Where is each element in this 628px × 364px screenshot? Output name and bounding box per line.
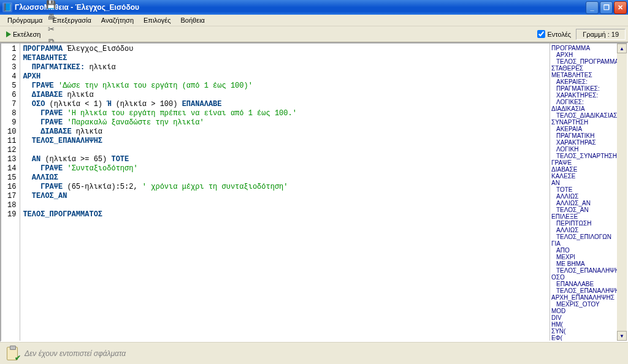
command-item[interactable]: ΜΕΧΡΙΣ_ΟΤΟΥ — [550, 301, 627, 308]
cut-icon[interactable]: ✂ — [45, 23, 57, 36]
command-item[interactable]: ΑΚΕΡΑΙΕΣ: — [550, 78, 627, 85]
command-item[interactable]: ΣΥΝ( — [550, 328, 627, 335]
window-title: ΓλωσσοΜάθεια - Έλεγχος_Εισόδου — [15, 3, 586, 12]
commands-checkbox-label: Εντολές — [547, 31, 571, 38]
close-button[interactable]: ✕ — [614, 1, 627, 14]
commands-checkbox-input[interactable] — [537, 30, 545, 38]
commands-scrollbar[interactable]: ▲ ▼ — [617, 44, 627, 341]
command-item[interactable]: ΤΕΛΟΣ_ΕΠΙΛΟΓΩΝ — [550, 233, 627, 240]
command-item[interactable]: ΔΙΑΒΑΣΕ — [550, 166, 627, 173]
command-item[interactable]: ΤΕΛΟΣ_ΠΡΟΓΡΑΜΜΑΤΟΣ — [550, 58, 627, 65]
code-line[interactable]: ΤΕΛΟΣ_ΕΠΑΝΑΛΗΨΗΣ — [23, 137, 547, 146]
command-item[interactable]: ΓΙΑ — [550, 240, 627, 247]
code-line[interactable] — [23, 146, 547, 155]
command-item[interactable]: ΠΡΑΓΜΑΤΙΚΗ — [550, 132, 627, 139]
code-line[interactable]: ΠΡΟΓΡΑΜΜΑ Έλεγχος_Εισόδου — [23, 45, 547, 54]
command-item[interactable]: ΕΠΑΝΑΛΑΒΕ — [550, 281, 627, 287]
command-item[interactable]: ΕΠΙΛΕΞΕ — [550, 213, 627, 220]
command-item[interactable]: ΗΜ( — [550, 321, 627, 328]
play-icon — [6, 31, 11, 37]
code-editor[interactable]: ΠΡΟΓΡΑΜΜΑ Έλεγχος_ΕισόδουΜΕΤΑΒΛΗΤΕΣ ΠΡΑΓ… — [20, 44, 550, 341]
code-line[interactable]: ΓΡΑΨΕ 'Η ηλικία του εργάτη πρέπει να είν… — [23, 109, 547, 118]
menu-Επιλογές[interactable]: Επιλογές — [139, 15, 176, 25]
commands-checkbox[interactable]: Εντολές — [537, 30, 571, 38]
status-bar: ✔ Δεν έχουν εντοπιστεί σφάλματα — [0, 342, 628, 364]
code-line[interactable]: ΑΝ (ηλικία >= 65) ΤΟΤΕ — [23, 155, 547, 164]
code-line[interactable]: ΠΡΑΓΜΑΤΙΚΕΣ: ηλικία — [23, 63, 547, 72]
command-item[interactable]: ΜΕΧΡΙ — [550, 254, 627, 260]
code-line[interactable]: ΓΡΑΨΕ 'Συνταξιοδότηση' — [23, 164, 547, 173]
run-button[interactable]: Εκτέλεση — [2, 29, 44, 39]
command-item[interactable]: MOD — [550, 308, 627, 314]
commands-panel: ΠΡΟΓΡΑΜΜΑΑΡΧΗΤΕΛΟΣ_ΠΡΟΓΡΑΜΜΑΤΟΣΣΤΑΘΕΡΕΣΜ… — [550, 44, 627, 341]
command-item[interactable]: ΧΑΡΑΚΤΗΡΕΣ: — [550, 92, 627, 99]
command-item[interactable]: ΤΕΛΟΣ_ΑΝ — [550, 207, 627, 213]
code-line[interactable]: ΓΡΑΨΕ 'Παρακαλώ ξαναδώστε την ηλικία' — [23, 118, 547, 127]
command-item[interactable]: ΑΚΕΡΑΙΑ — [550, 126, 627, 132]
command-item[interactable]: ΑΛΛΙΩΣ — [550, 193, 627, 200]
command-item[interactable]: ΓΡΑΨΕ — [550, 159, 627, 166]
command-item[interactable]: ΑΛΛΙΩΣ_ΑΝ — [550, 200, 627, 207]
command-item[interactable]: ΤΕΛΟΣ_ΔΙΑΔΙΚΑΣΙΑΣ — [550, 112, 627, 119]
code-line[interactable]: ΔΙΑΒΑΣΕ ηλικία — [23, 127, 547, 137]
menu-Βοήθεια[interactable]: Βοήθεια — [176, 15, 210, 25]
code-line[interactable]: ΔΙΑΒΑΣΕ ηλικία — [23, 91, 547, 100]
command-item[interactable]: ΤΟΤΕ — [550, 186, 627, 193]
command-item[interactable]: ΛΟΓΙΚΕΣ: — [550, 99, 627, 105]
menu-Αναζήτηση[interactable]: Αναζήτηση — [96, 15, 139, 25]
command-item[interactable]: ΑΡΧΗ — [550, 51, 627, 58]
command-item[interactable]: ΚΑΛΕΣΕ — [550, 173, 627, 180]
command-item[interactable]: ΟΣΟ — [550, 274, 627, 281]
command-item[interactable]: ΛΟΓΙΚΗ — [550, 146, 627, 153]
command-item[interactable]: ΣΤΑΘΕΡΕΣ — [550, 65, 627, 72]
minimize-button[interactable]: _ — [586, 1, 599, 14]
code-line[interactable]: ΟΣΟ (ηλικία < 1) Ή (ηλικία > 100) ΕΠΑΝΑΛ… — [23, 100, 547, 109]
code-line[interactable] — [23, 201, 547, 210]
scroll-up-icon[interactable]: ▲ — [617, 44, 627, 53]
code-line[interactable]: ΑΡΧΗ — [23, 72, 547, 82]
command-item[interactable]: ΑΠΟ — [550, 247, 627, 254]
command-item[interactable]: ΧΑΡΑΚΤΗΡΑΣ — [550, 139, 627, 146]
command-item[interactable]: ΠΕΡΙΠΤΩΣΗ — [550, 220, 627, 227]
menu-Πρόγραμμα[interactable]: Πρόγραμμα — [2, 15, 47, 25]
title-bar: 📘 ΓλωσσοΜάθεια - Έλεγχος_Εισόδου _ ❐ ✕ — [0, 0, 628, 15]
toolbar: Εκτέλεση ✓■❚❚🗋📂💾🖶✂⧉📋🔍⊕◆⚙?i Εντολές Γραμμ… — [0, 26, 628, 42]
code-line[interactable]: ΤΕΛΟΣ_ΑΝ — [23, 192, 547, 201]
command-item[interactable]: ΠΡΟΓΡΑΜΜΑ — [550, 45, 627, 51]
command-item[interactable]: ΣΥΝΑΡΤΗΣΗ — [550, 119, 627, 126]
save-icon[interactable]: 💾 — [45, 0, 57, 11]
command-item[interactable]: ΠΡΑΓΜΑΤΙΚΕΣ: — [550, 85, 627, 92]
command-item[interactable]: ΔΙΑΔΙΚΑΣΙΑ — [550, 105, 627, 112]
scroll-down-icon[interactable]: ▼ — [617, 331, 627, 341]
command-item[interactable]: ΑΝ — [550, 180, 627, 186]
status-text: Δεν έχουν εντοπιστεί σφάλματα — [25, 349, 126, 358]
main-area: 12345678910111213141516171819 ΠΡΟΓΡΑΜΜΑ … — [0, 42, 628, 342]
code-line[interactable]: ΜΕΤΑΒΛΗΤΕΣ — [23, 54, 547, 63]
line-gutter: 12345678910111213141516171819 — [1, 44, 20, 341]
command-item[interactable]: ΜΕ ΒΗΜΑ — [550, 260, 627, 267]
line-indicator: Γραμμή : 19 — [576, 29, 626, 40]
command-item[interactable]: DIV — [550, 314, 627, 321]
maximize-button[interactable]: ❐ — [600, 1, 613, 14]
app-icon: 📘 — [2, 2, 12, 12]
code-line[interactable]: ΓΡΑΨΕ (65-ηλικία):5:2, ' χρόνια μέχρι τη… — [23, 183, 547, 192]
code-line[interactable]: ΤΕΛΟΣ_ΠΡΟΓΡΑΜΜΑΤΟΣ — [23, 210, 547, 219]
print-icon[interactable]: 🖶 — [45, 11, 57, 23]
command-item[interactable]: ΕΦ( — [550, 335, 627, 341]
code-line[interactable]: ΓΡΑΨΕ 'Δώσε την ηλικία του εργάτη (από 1… — [23, 82, 547, 91]
command-item[interactable]: ΑΡΧΗ_ΕΠΑΝΑΛΗΨΗΣ — [550, 294, 627, 301]
command-item[interactable]: ΤΕΛΟΣ_ΕΠΑΝΑΛΗΨΗΣ — [550, 267, 627, 274]
run-label: Εκτέλεση — [13, 31, 40, 38]
command-item[interactable]: ΤΕΛΟΣ_ΕΠΑΝΑΛΗΨΗΣ — [550, 287, 627, 294]
command-item[interactable]: ΜΕΤΑΒΛΗΤΕΣ — [550, 72, 627, 78]
command-item[interactable]: ΤΕΛΟΣ_ΣΥΝΑΡΤΗΣΗΣ — [550, 153, 627, 159]
menu-bar: ΠρόγραμμαΕπεξεργασίαΑναζήτησηΕπιλογέςΒοή… — [0, 15, 628, 26]
code-line[interactable]: ΑΛΛΙΩΣ — [23, 173, 547, 183]
command-item[interactable]: ΑΛΛΙΩΣ — [550, 227, 627, 233]
status-ok-icon: ✔ — [5, 346, 20, 361]
